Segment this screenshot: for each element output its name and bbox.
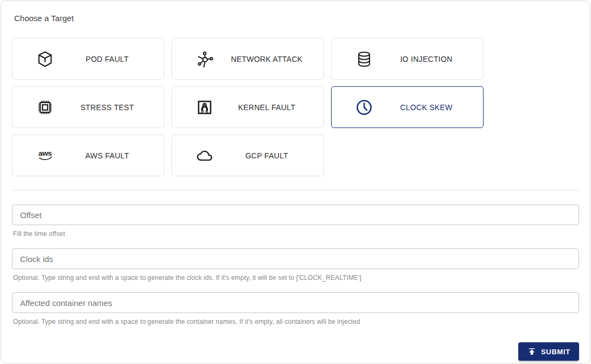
target-card-label: STRESS TEST xyxy=(56,103,164,112)
target-card-gcp-fault[interactable]: GCP FAULT xyxy=(171,135,324,176)
target-card-label: KERNEL FAULT xyxy=(215,103,323,112)
cube-icon xyxy=(34,49,56,69)
submit-row: SUBMIT xyxy=(12,342,579,361)
container-names-field-group: Optional. Type string and end with a spa… xyxy=(12,292,579,325)
choose-target-panel: Choose a Target POD FAULT xyxy=(1,1,590,363)
linux-penguin-icon xyxy=(194,98,215,117)
target-card-label: IO INJECTION xyxy=(375,55,483,63)
target-card-label: AWS FAULT xyxy=(56,151,164,160)
clock-skew-form: Fill the time offset Optional. Type stri… xyxy=(12,205,579,361)
cloud-icon xyxy=(194,148,215,163)
aws-logo-icon: aws xyxy=(34,148,56,164)
publish-icon xyxy=(527,347,537,356)
clock-icon xyxy=(353,98,375,117)
database-icon xyxy=(353,50,375,68)
clock-ids-field-group: Optional. Type string and end with a spa… xyxy=(12,248,579,282)
container-names-input[interactable] xyxy=(12,292,579,313)
submit-button[interactable]: SUBMIT xyxy=(518,342,579,361)
clock-ids-input[interactable] xyxy=(12,248,579,269)
target-card-clock-skew[interactable]: CLOCK SKEW xyxy=(331,86,484,128)
container-names-helper-text: Optional. Type string and end with a spa… xyxy=(13,318,579,325)
section-divider xyxy=(12,190,579,190)
submit-button-label: SUBMIT xyxy=(541,348,570,356)
offset-field-group: Fill the time offset xyxy=(12,205,579,238)
target-card-label: GCP FAULT xyxy=(215,151,323,160)
target-card-io-injection[interactable]: IO INJECTION xyxy=(331,38,484,80)
network-hub-icon xyxy=(194,49,215,69)
offset-input[interactable] xyxy=(12,205,579,225)
target-grid: POD FAULT NETWORK ATTACK xyxy=(12,38,579,176)
target-card-aws-fault[interactable]: aws AWS FAULT xyxy=(12,135,164,176)
cpu-chip-icon xyxy=(34,98,56,117)
svg-text:aws: aws xyxy=(39,149,52,157)
offset-helper-text: Fill the time offset xyxy=(13,230,579,238)
target-card-network-attack[interactable]: NETWORK ATTACK xyxy=(171,38,324,80)
target-card-label: NETWORK ATTACK xyxy=(215,55,323,63)
clock-ids-helper-text: Optional. Type string and end with a spa… xyxy=(13,274,579,282)
target-card-label: CLOCK SKEW xyxy=(375,103,483,112)
target-card-kernel-fault[interactable]: KERNEL FAULT xyxy=(171,86,324,128)
target-card-pod-fault[interactable]: POD FAULT xyxy=(12,38,164,80)
target-card-stress-test[interactable]: STRESS TEST xyxy=(12,86,164,128)
page-title: Choose a Target xyxy=(14,14,579,23)
target-card-label: POD FAULT xyxy=(56,55,164,63)
